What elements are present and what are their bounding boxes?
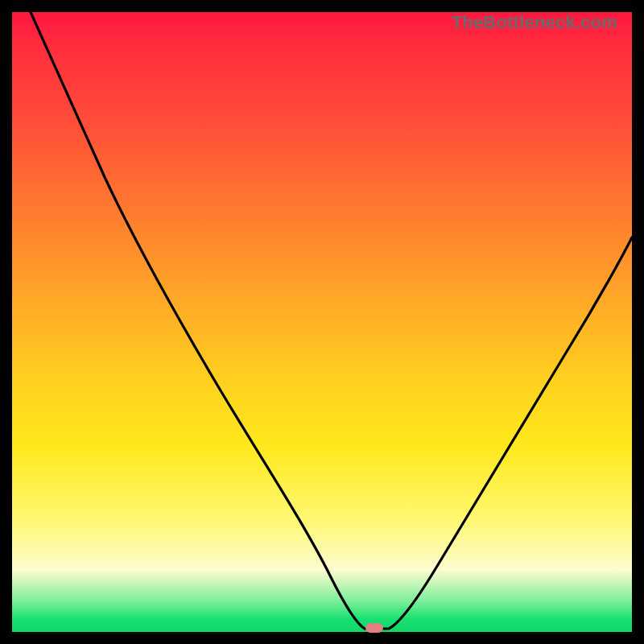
bottleneck-curve-path xyxy=(31,12,632,629)
curve-svg xyxy=(12,12,632,632)
plot-area: TheBottleneck.com xyxy=(12,12,632,632)
chart-frame: TheBottleneck.com xyxy=(0,0,644,644)
optimal-marker xyxy=(365,623,383,633)
